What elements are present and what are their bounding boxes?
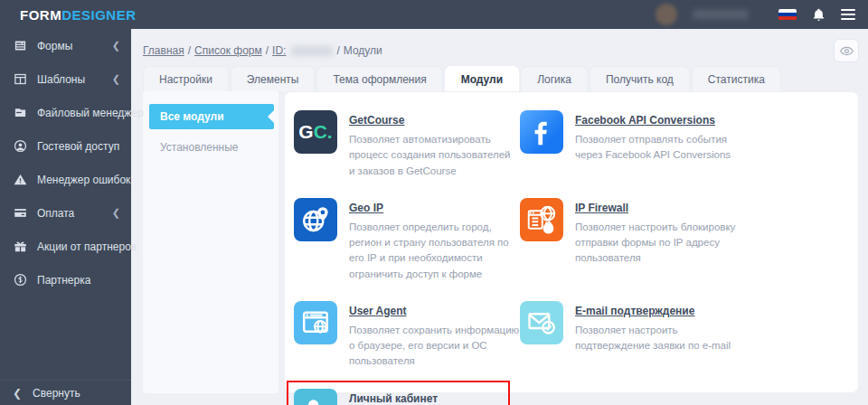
sidebar-item-affiliate[interactable]: Партнерка [0,263,131,297]
templates-icon [13,72,27,87]
sidebar-item-payment[interactable]: Оплата ❮ [0,196,131,230]
chevron-left-icon: ❮ [13,387,22,400]
module-title-cabinet[interactable]: Личный кабинет [349,392,438,405]
menu-icon [841,9,855,20]
sidebar-item-error-manager[interactable]: Менеджер ошибок [0,163,131,196]
modules-list: GC. GetCourse Позволяет автоматизировать… [284,91,859,393]
tab-statistics[interactable]: Статистика [692,66,781,91]
module-desc: Позволяет настроить блокировку отправки … [575,220,746,267]
module-desc: Позволяет сохранить информацию о браузер… [349,323,520,370]
eye-icon [840,46,854,56]
sidebar-label: Гостевой доступ [37,140,120,153]
bell-icon [812,7,826,22]
module-title-user-agent[interactable]: User Agent [349,305,407,317]
sidebar-label: Менеджер ошибок [37,174,130,186]
logo-text-form: FORM [20,7,61,23]
sidebar-label: Оплата [37,207,112,220]
breadcrumb-forms-list-link[interactable]: Список форм [194,44,262,57]
module-desc: Позволяет настроить подтверждение заявки… [575,323,746,354]
breadcrumb: Главная / Список форм / ID: / Модули [143,44,382,57]
form-id-blurred [291,46,333,56]
tab-modules[interactable]: Модули [445,66,519,91]
module-title-email[interactable]: E-mail подтверждение [575,305,694,317]
username-blurred[interactable] [693,10,749,19]
geoip-globe-pin-icon[interactable] [294,198,337,241]
flag-ru-icon[interactable] [778,9,797,21]
module-desc: Позволяет автоматизировать процесс созда… [349,132,514,179]
user-lock-icon[interactable] [294,389,337,405]
guest-access-icon [13,139,27,154]
subnav-installed[interactable]: Установленные [149,135,274,160]
sidebar-item-templates[interactable]: Шаблоны ❮ [0,62,131,96]
getcourse-icon[interactable]: GC. [294,110,337,154]
tab-theme[interactable]: Тема оформления [316,66,442,91]
sidebar-label: Шаблоны [37,73,112,86]
forms-icon [13,39,27,53]
module-title-firewall[interactable]: IP Firewall [575,202,628,214]
sidebar-item-forms[interactable]: Формы ❮ [0,29,131,62]
tab-settings[interactable]: Настройки [143,66,229,91]
main-menu-button[interactable] [841,9,855,20]
avatar[interactable] [656,4,677,25]
breadcrumb-current: Модули [344,44,382,57]
sidebar-label: Формы [37,40,112,52]
tab-logic[interactable]: Логика [521,66,588,91]
main-content: Главная / Список форм / ID: / Модули Нас… [131,29,868,405]
subnav-all-modules[interactable]: Все модули [149,104,274,129]
breadcrumb-separator: / [266,44,269,57]
payment-icon [13,206,27,221]
dollar-icon [13,273,27,287]
module-user-agent: User Agent Позволяет сохранить информаци… [294,301,520,370]
envelope-check-icon[interactable] [520,301,563,344]
app-logo[interactable]: FORMDESIGNER [20,7,137,23]
breadcrumb-separator: / [336,44,339,57]
sidebar-label: Акции от партнеров [37,240,137,253]
browser-globe-icon[interactable] [294,301,337,344]
file-manager-icon [13,106,27,120]
top-bar: FORMDESIGNER [0,0,868,29]
module-ip-firewall: IP Firewall Позволяет настроить блокиров… [520,198,746,282]
module-getcourse: GC. GetCourse Позволяет автоматизировать… [294,110,520,179]
sidebar-item-partner-promos[interactable]: Акции от партнеров [0,230,131,263]
breadcrumb-home-link[interactable]: Главная [143,44,184,57]
module-email-confirm: E-mail подтверждение Позволяет настроить… [520,301,746,370]
sidebar-item-file-manager[interactable]: Файловый менеджер [0,96,131,129]
module-facebook-api: Facebook API Conversions Позволяет отпра… [520,110,746,179]
collapse-label: Свернуть [33,387,80,400]
modules-subnav: Все модули Установленные [143,91,278,393]
gift-icon [13,240,27,254]
module-title-facebook[interactable]: Facebook API Conversions [575,114,715,127]
module-geoip: Geo IP Позволяет определить город, регио… [294,198,520,282]
breadcrumb-separator: / [188,44,191,57]
logo-text-designer: DESIGNER [61,7,136,23]
module-desc: Позволяет определить город, регион и стр… [349,220,514,282]
chevron-left-icon: ❮ [112,40,120,52]
module-title-geoip[interactable]: Geo IP [349,202,383,214]
sidebar-label: Файловый менеджер [37,107,144,119]
tab-elements[interactable]: Элементы [231,66,316,91]
chevron-left-icon: ❮ [112,73,120,85]
error-manager-icon [13,173,27,187]
sidebar: Формы ❮ Шаблоны ❮ Файловый менеджер Гост… [0,29,131,405]
tab-get-code[interactable]: Получить код [590,66,690,91]
chevron-left-icon: ❮ [112,207,120,219]
breadcrumb-form-id-link[interactable]: ID: [272,44,286,57]
preview-form-button[interactable] [834,39,859,62]
form-tabs: Настройки Элементы Тема оформления Модул… [143,66,859,91]
notifications-button[interactable] [812,7,826,22]
module-desc: Позволяет отправлять события через Faceb… [575,132,746,164]
sidebar-label: Партнерка [37,274,120,287]
module-personal-cabinet: Личный кабинет Позволяет создать личный … [294,389,520,405]
sidebar-item-guest-access[interactable]: Гостевой доступ [0,129,131,163]
sidebar-collapse-button[interactable]: ❮ Свернуть [0,380,131,405]
module-title-getcourse[interactable]: GetCourse [349,114,404,127]
firewall-icon[interactable] [520,198,563,241]
facebook-icon[interactable] [520,110,563,154]
